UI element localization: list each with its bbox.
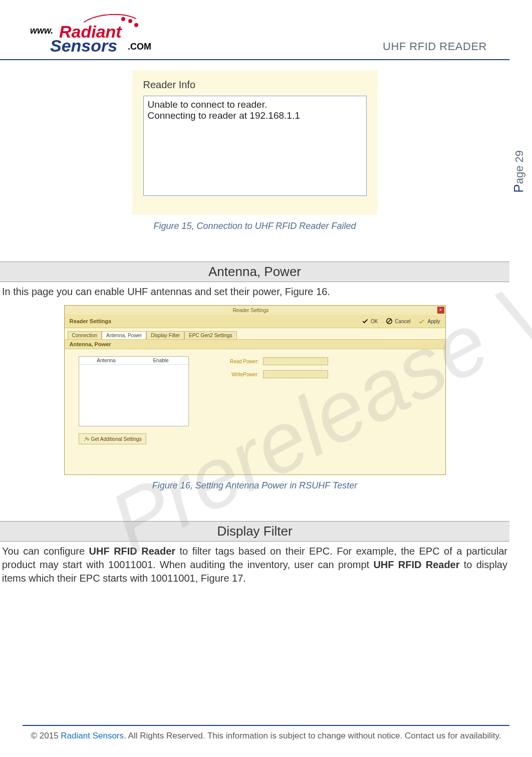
antenna-power-heading: Antenna, Power [0,262,509,282]
write-power-label: WritePower: [219,372,259,377]
antenna-listbox[interactable]: Antenna Enable [79,356,189,426]
tab-connection[interactable]: Connection [68,331,102,339]
display-filter-heading: Display Filter [0,521,509,542]
footer-rule [23,725,509,726]
write-power-input[interactable] [263,370,328,378]
ok-button[interactable]: OK [362,318,378,325]
logo-www: www. [30,26,53,35]
antenna-panel-row: Antenna Enable Read Power: WritePower: [65,349,445,430]
ok-label: OK [371,319,378,324]
footer-pre: © 2015 [31,731,61,740]
listbox-col-enable: Enable [134,357,188,364]
doc-title: UHF RFID READER [383,40,487,53]
figure-15-caption: Figure 15, Connection to UHF RFID Reader… [0,221,509,231]
apply-button[interactable]: Apply [418,318,440,325]
page-footer: © 2015 Radiant Sensors. All Rights Reser… [23,725,509,741]
df-bold1: UHF RFID Reader [89,546,175,557]
close-button[interactable]: × [437,307,444,314]
reader-info-line2: Connecting to reader at 192.168.1.1 [148,110,362,121]
figure-16: Reader Settings × Reader Settings OK Can… [0,306,509,491]
logo-tld: .COM [128,42,151,51]
antenna-power-intro: In this page you can enable UHF antennas… [0,285,509,299]
apply-label: Apply [427,319,440,324]
figure-15: Reader Info Unable to connect to reader.… [0,70,509,231]
dialog-header-row: Reader Settings OK Cancel Apply [65,315,445,328]
dialog-tabs: Connection Antenna, Power Display Filter… [65,328,445,339]
check-icon [362,318,369,325]
tab-epc-gen2[interactable]: EPC Gen2 Settings [184,331,237,339]
dialog-titlebar: Reader Settings × [65,306,445,315]
apply-icon [418,318,425,325]
dialog-actions: OK Cancel Apply [362,318,440,325]
cancel-icon [386,318,393,325]
page-number: Page 29 [511,150,526,193]
logo-brand2: Sensors [50,37,117,54]
df-pre: You can configure [2,546,89,557]
reader-info-title: Reader Info [143,79,367,91]
page-number-p: P [511,184,526,192]
read-power-input[interactable] [263,357,328,365]
footer-post: . All Rights Reserved. This information … [124,731,501,740]
get-additional-settings-button[interactable]: Get Additional Settings [79,433,146,444]
reader-info-textarea[interactable]: Unable to connect to reader. Connecting … [143,96,367,196]
display-filter-paragraph: You can configure UHF RFID Reader to fil… [0,545,509,585]
section-sub-antenna-power: Antenna, Power [65,339,445,349]
power-fields: Read Power: WritePower: [219,357,328,426]
cancel-label: Cancel [395,319,410,324]
tab-antenna-power[interactable]: Antenna, Power [102,331,146,339]
footer-text: © 2015 Radiant Sensors. All Rights Reser… [23,731,509,741]
reader-info-line1: Unable to connect to reader. [148,99,362,110]
listbox-col-antenna: Antenna [79,357,134,364]
svg-line-1 [388,320,391,323]
get-additional-label: Get Additional Settings [91,436,142,442]
dialog-title: Reader Settings [65,308,437,313]
page-header: www. Radiant Sensors .COM UHF RFID READE… [0,20,509,60]
page-number-rest: age 29 [513,150,525,184]
footer-brand: Radiant Sensors [61,731,124,740]
reader-settings-dialog: Reader Settings × Reader Settings OK Can… [65,306,445,474]
reader-info-panel: Reader Info Unable to connect to reader.… [132,70,378,215]
cancel-button[interactable]: Cancel [386,318,410,325]
dialog-subtitle: Reader Settings [70,318,362,324]
df-bold2: UHF RFID Reader [373,559,459,570]
tab-display-filter[interactable]: Display Filter [146,331,184,339]
figure-16-caption: Figure 16, Setting Antenna Power in RSUH… [0,480,509,491]
tools-icon [83,436,89,442]
listbox-header: Antenna Enable [79,357,188,365]
close-icon: × [439,307,442,313]
logo: www. Radiant Sensors .COM [30,20,140,55]
read-power-label: Read Power: [219,359,259,364]
